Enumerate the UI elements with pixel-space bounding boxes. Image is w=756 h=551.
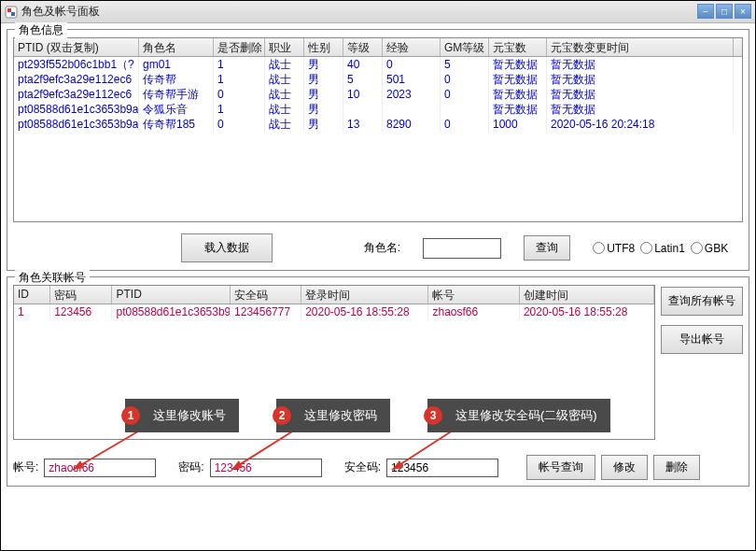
maximize-button[interactable]: □	[716, 4, 733, 19]
query-role-button[interactable]: 查询	[524, 235, 570, 261]
window-titlebar: 角色及帐号面板 − □ ×	[1, 1, 755, 23]
load-data-button[interactable]: 载入数据	[181, 233, 273, 262]
sec-input[interactable]	[386, 459, 498, 477]
sec-label: 安全码:	[344, 459, 381, 475]
acol-ptid[interactable]: PTID	[112, 286, 231, 304]
acol-id[interactable]: ID	[14, 286, 50, 304]
cell-sex: 男	[304, 87, 343, 102]
pwd-input[interactable]	[210, 459, 322, 477]
col-name[interactable]: 角色名	[139, 38, 214, 56]
cell-exp: 501	[383, 72, 441, 87]
acol-sec[interactable]: 安全码	[231, 286, 301, 304]
table-row[interactable]: pta2f9efc3a29e112ec6传奇帮手游0战士男1020230暂无数据…	[14, 87, 742, 102]
cell-yb: 暂无数据	[489, 57, 547, 72]
cell-name: 传奇帮手游	[139, 87, 214, 102]
acol-acct[interactable]: 帐号	[428, 286, 519, 304]
acol-created[interactable]: 创建时间	[520, 286, 654, 304]
col-yb[interactable]: 元宝数	[489, 38, 547, 56]
role-info-legend: 角色信息	[15, 22, 67, 38]
cell-gm: 0	[441, 72, 489, 87]
cell-name: 令狐乐音	[139, 102, 214, 117]
cell-pwd: 123456	[50, 304, 112, 319]
cell-deleted: 0	[214, 87, 265, 102]
app-icon	[5, 6, 18, 19]
table-row[interactable]: pt293f552b06c1bb1（?gm011战士男4005暂无数据暂无数据	[14, 57, 742, 72]
acol-pwd[interactable]: 密码	[50, 286, 112, 304]
role-grid[interactable]: PTID (双击复制) 角色名 是否删除 职业 性别 等级 经验 GM等级 元宝…	[13, 37, 743, 222]
col-deleted[interactable]: 是否删除	[214, 38, 265, 56]
cell-job: 战士	[265, 57, 304, 72]
cell-deleted: 1	[214, 102, 265, 117]
cell-id: 1	[14, 304, 50, 319]
cell-ptid: pt08588d61e1c3653b9a	[112, 304, 231, 319]
cell-name: 传奇帮	[139, 72, 214, 87]
role-name-input[interactable]	[423, 238, 501, 259]
cell-job: 战士	[265, 87, 304, 102]
cell-name: gm01	[139, 57, 214, 72]
cell-exp: 0	[383, 57, 441, 72]
table-row[interactable]: 1123456pt08588d61e1c3653b9a1234567772020…	[14, 304, 654, 319]
cell-level	[343, 102, 383, 117]
cell-ybtime: 暂无数据	[547, 87, 734, 102]
table-row[interactable]: pt08588d61e1c3653b9a传奇帮1850战士男1382900100…	[14, 117, 742, 132]
cell-gm: 0	[441, 117, 489, 132]
role-grid-body[interactable]: pt293f552b06c1bb1（?gm011战士男4005暂无数据暂无数据p…	[14, 57, 742, 221]
enc-utf8[interactable]: UTF8	[593, 242, 635, 255]
role-info-panel: 角色信息 PTID (双击复制) 角色名 是否删除 职业 性别 等级 经验 GM…	[7, 29, 749, 271]
role-toolbar: 载入数据 角色名: 查询 UTF8 Latin1 GBK	[13, 230, 743, 264]
cell-exp	[383, 102, 441, 117]
account-grid-header: ID 密码 PTID 安全码 登录时间 帐号 创建时间	[14, 286, 654, 304]
acct-delete-button[interactable]: 删除	[653, 455, 700, 480]
acct-query-button[interactable]: 帐号查询	[526, 455, 595, 480]
cell-yb: 暂无数据	[489, 72, 547, 87]
acct-input[interactable]	[44, 459, 156, 477]
col-exp[interactable]: 经验	[383, 38, 441, 56]
pwd-label: 密码:	[178, 459, 203, 475]
cell-level: 10	[343, 87, 383, 102]
col-gm[interactable]: GM等级	[441, 38, 489, 56]
col-job[interactable]: 职业	[265, 38, 304, 56]
cell-job: 战士	[265, 117, 304, 132]
acol-login[interactable]: 登录时间	[301, 286, 428, 304]
cell-ptid: pt08588d61e1c3653b9a	[14, 102, 139, 117]
query-all-accounts-button[interactable]: 查询所有帐号	[661, 287, 743, 316]
acct-modify-button[interactable]: 修改	[601, 455, 648, 480]
col-sex[interactable]: 性别	[304, 38, 343, 56]
cell-acct: zhaosf66	[428, 304, 519, 319]
cell-ybtime: 暂无数据	[547, 72, 734, 87]
cell-ptid: pt08588d61e1c3653b9a	[14, 117, 139, 132]
account-form: 帐号: 密码: 安全码: 帐号查询 修改 删除	[13, 455, 743, 480]
cell-level: 13	[343, 117, 383, 132]
enc-latin1[interactable]: Latin1	[640, 242, 685, 255]
cell-ybtime: 暂无数据	[547, 57, 734, 72]
enc-gbk[interactable]: GBK	[691, 242, 728, 255]
cell-ptid: pta2f9efc3a29e112ec6	[14, 87, 139, 102]
table-row[interactable]: pt08588d61e1c3653b9a令狐乐音1战士男暂无数据暂无数据	[14, 102, 742, 117]
close-button[interactable]: ×	[735, 4, 751, 19]
account-grid[interactable]: ID 密码 PTID 安全码 登录时间 帐号 创建时间 1123456pt085…	[13, 285, 655, 440]
cell-gm: 5	[441, 57, 489, 72]
cell-job: 战士	[265, 72, 304, 87]
cell-sex: 男	[304, 102, 343, 117]
cell-sex: 男	[304, 117, 343, 132]
cell-gm	[441, 102, 489, 117]
cell-yb: 1000	[489, 117, 547, 132]
cell-name: 传奇帮185	[139, 117, 214, 132]
cell-ptid: pta2f9efc3a29e112ec6	[14, 72, 139, 87]
account-grid-body[interactable]: 1123456pt08588d61e1c3653b9a1234567772020…	[14, 304, 654, 319]
account-panel: 角色关联帐号 ID 密码 PTID 安全码 登录时间 帐号 创建时间 11234…	[7, 276, 749, 487]
role-name-label: 角色名:	[364, 240, 400, 256]
cell-gm: 0	[441, 87, 489, 102]
acct-label: 帐号:	[13, 459, 38, 475]
window-title: 角色及帐号面板	[21, 4, 100, 20]
export-accounts-button[interactable]: 导出帐号	[661, 325, 743, 354]
role-grid-header: PTID (双击复制) 角色名 是否删除 职业 性别 等级 经验 GM等级 元宝…	[14, 38, 742, 57]
cell-sec: 123456777	[231, 304, 301, 319]
col-ptid[interactable]: PTID (双击复制)	[14, 38, 139, 56]
col-level[interactable]: 等级	[343, 38, 383, 56]
table-row[interactable]: pta2f9efc3a29e112ec6传奇帮1战士男55010暂无数据暂无数据	[14, 72, 742, 87]
minimize-button[interactable]: −	[697, 4, 714, 19]
cell-sex: 男	[304, 57, 343, 72]
col-ybtime[interactable]: 元宝数变更时间	[547, 38, 734, 56]
cell-created: 2020-05-16 18:55:28	[520, 304, 654, 319]
